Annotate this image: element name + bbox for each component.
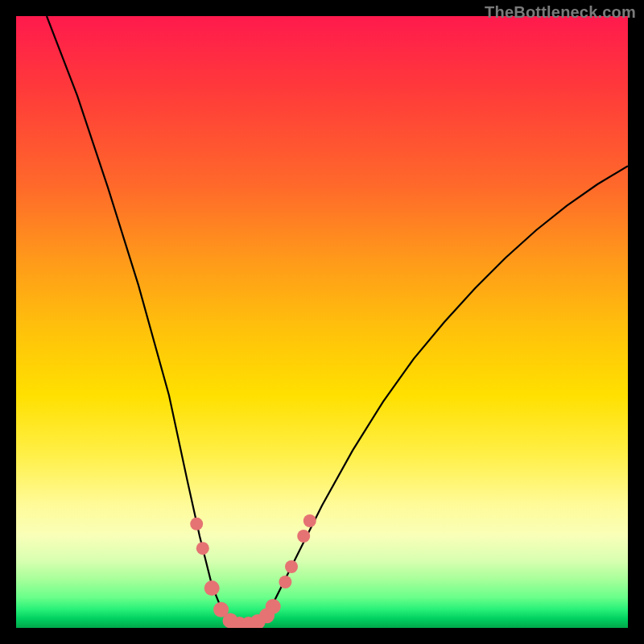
data-marker (204, 580, 220, 596)
data-marker (285, 560, 298, 573)
data-marker (303, 514, 316, 527)
data-marker (297, 530, 310, 543)
data-marker (196, 542, 209, 555)
data-marker (266, 599, 281, 614)
data-marker (190, 518, 203, 530)
bottleneck-chart (16, 16, 628, 628)
data-marker (279, 576, 291, 588)
bottleneck-curve (47, 16, 628, 628)
